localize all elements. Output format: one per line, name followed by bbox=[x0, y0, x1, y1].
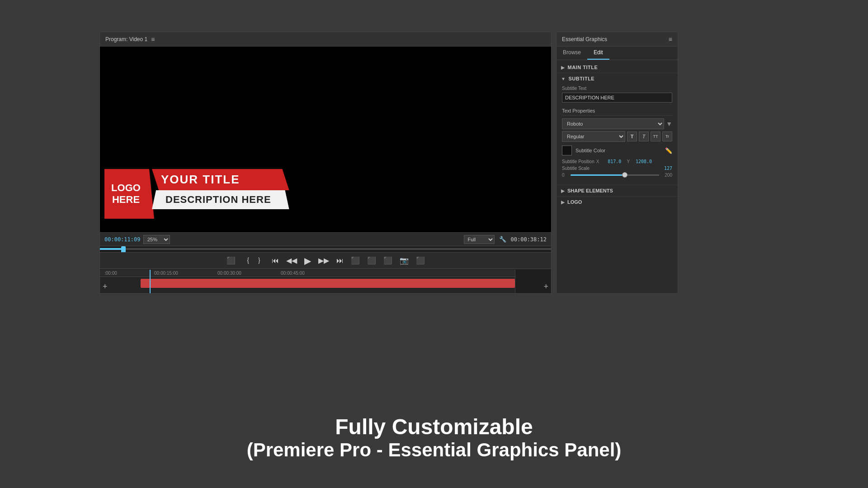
play-button[interactable]: ▶ bbox=[302, 254, 313, 267]
eg-panel-header: Essential Graphics ≡ bbox=[557, 32, 678, 47]
shape-elements-arrow-icon: ▶ bbox=[561, 188, 565, 193]
subtitle-scale-label: Subtitle Scale bbox=[562, 166, 594, 171]
essential-graphics-panel: Essential Graphics ≡ Browse Edit ▶ MAIN … bbox=[556, 32, 678, 294]
text-properties-label: Text Properties bbox=[562, 106, 672, 116]
quality-select[interactable]: FullHalfQuarter bbox=[464, 235, 495, 244]
font-select[interactable]: Roboto bbox=[562, 118, 664, 129]
subtitle-scale-slider-row: 0 200 bbox=[562, 173, 672, 178]
subtitle-color-swatch[interactable] bbox=[562, 145, 572, 155]
font-dropdown-icon[interactable]: ▼ bbox=[666, 120, 672, 127]
logo-label: LOGO bbox=[567, 199, 582, 205]
slider-fill bbox=[571, 174, 624, 176]
subtitle-label: SUBTITLE bbox=[568, 76, 594, 81]
pm-title: Program: Video 1 bbox=[105, 36, 147, 42]
zoom-select[interactable]: 25%50%100% bbox=[143, 235, 170, 244]
eg-panel-title: Essential Graphics bbox=[562, 36, 607, 42]
font-style-select[interactable]: Regular bbox=[562, 131, 625, 142]
timeline-playhead[interactable] bbox=[150, 270, 151, 293]
scrub-progress bbox=[100, 248, 123, 250]
tab-edit[interactable]: Edit bbox=[587, 47, 609, 60]
go-to-out-button[interactable]: ⏭ bbox=[335, 256, 345, 266]
section-logo[interactable]: ▶ LOGO bbox=[557, 196, 678, 207]
style-row: Regular T T TT Tr bbox=[562, 131, 672, 142]
scrub-bar[interactable] bbox=[100, 246, 551, 252]
section-shape-elements[interactable]: ▶ SHAPE ELEMENTS bbox=[557, 185, 678, 196]
section-subtitle[interactable]: ▼ SUBTITLE bbox=[557, 73, 678, 84]
step-forward-button[interactable]: ▶▶ bbox=[316, 255, 331, 266]
step-back-button[interactable]: ◀◀ bbox=[284, 255, 299, 266]
logo-box: LOGOHERE bbox=[104, 169, 154, 219]
pos-y-label: Y bbox=[627, 159, 630, 164]
timeline-add-right-button[interactable]: + bbox=[543, 282, 548, 291]
current-timecode: 00:00:11:09 bbox=[104, 236, 141, 243]
pm-menu-icon[interactable]: ≡ bbox=[151, 36, 155, 43]
slider-min-label: 0 bbox=[562, 173, 569, 178]
bottom-line2: (Premiere Pro - Essential Graphics Panel… bbox=[0, 439, 868, 461]
scrub-track bbox=[100, 248, 551, 250]
scrub-handle[interactable] bbox=[121, 246, 126, 253]
pm-header: Program: Video 1 ≡ bbox=[100, 32, 551, 47]
lower-third-graphic: LOGOHERE YOUR TITLE DESCRIPTION HERE bbox=[104, 169, 289, 219]
insert-button[interactable]: ⬛ bbox=[365, 255, 378, 266]
main-title-label: MAIN TITLE bbox=[568, 65, 598, 70]
subtitle-scale-value[interactable]: 127 bbox=[664, 166, 672, 171]
video-preview: LOGOHERE YOUR TITLE DESCRIPTION HERE bbox=[100, 47, 551, 232]
multi-camera-button[interactable]: ⬛ bbox=[414, 255, 427, 266]
title-block: YOUR TITLE DESCRIPTION HERE bbox=[152, 169, 289, 219]
timeline-clip bbox=[141, 279, 515, 288]
eg-menu-icon[interactable]: ≡ bbox=[669, 36, 672, 43]
playback-wrap: ⬛ ｛ ｝ ⏮ ◀◀ ▶ ▶▶ ⏭ ⬛ ⬛ ⬛ 📷 ⬛ + bbox=[100, 252, 551, 268]
loop-button[interactable]: ⬛ bbox=[349, 255, 362, 266]
subtitle-color-label: Subtitle Color bbox=[576, 148, 661, 153]
subtitle-scale-slider[interactable] bbox=[571, 174, 659, 176]
mark-out-button[interactable]: ｛ bbox=[241, 255, 252, 266]
format-smallcaps-button[interactable]: Tr bbox=[662, 131, 672, 141]
program-monitor-panel: Program: Video 1 ≡ LOGOHERE YOUR TITLE D… bbox=[99, 32, 552, 294]
subtitle-position-label: Subtitle Position bbox=[562, 159, 594, 164]
eyedropper-icon[interactable]: ✏️ bbox=[665, 147, 672, 154]
format-bold-button[interactable]: T bbox=[627, 131, 637, 141]
main-title-arrow-icon: ▶ bbox=[561, 65, 565, 70]
mark-clip-button[interactable]: ｝ bbox=[255, 255, 266, 266]
timeline-track[interactable]: :00:00 00:00:15:00 00:00:30:00 00:00:45:… bbox=[100, 270, 515, 293]
title-bottom-text: DESCRIPTION HERE bbox=[152, 190, 289, 209]
format-italic-button[interactable]: T bbox=[639, 131, 649, 141]
transport-bar: 00:00:11:09 25%50%100% FullHalfQuarter 🔧… bbox=[100, 232, 551, 246]
timeline-area: + :00:00 00:00:15:00 00:00:30:00 00:00:4… bbox=[100, 268, 551, 293]
export-frame-button[interactable]: 📷 bbox=[398, 255, 410, 266]
playback-controls: ⬛ ｛ ｝ ⏮ ◀◀ ▶ ▶▶ ⏭ ⬛ ⬛ ⬛ 📷 ⬛ bbox=[100, 252, 551, 268]
logo-arrow-icon: ▶ bbox=[561, 200, 565, 205]
ruler-mark-0: :00:00 bbox=[104, 271, 117, 276]
wrench-icon: 🔧 bbox=[499, 236, 506, 243]
subtitle-text-field-label: Subtitle Text bbox=[562, 86, 672, 91]
pos-y-value[interactable]: 1208.0 bbox=[632, 159, 652, 164]
subtitle-scale-row: Subtitle Scale 127 bbox=[562, 166, 672, 171]
section-main-title[interactable]: ▶ MAIN TITLE bbox=[557, 62, 678, 73]
bottom-line1: Fully Customizable bbox=[0, 414, 868, 439]
eg-tabs: Browse Edit bbox=[557, 47, 678, 60]
tab-browse[interactable]: Browse bbox=[557, 47, 587, 60]
shape-elements-label: SHAPE ELEMENTS bbox=[567, 188, 613, 193]
font-row: Roboto ▼ bbox=[562, 118, 672, 129]
ruler-mark-1: 00:00:15:00 bbox=[154, 271, 178, 276]
mark-in-button[interactable]: ⬛ bbox=[225, 255, 237, 266]
timeline-ruler: :00:00 00:00:15:00 00:00:30:00 00:00:45:… bbox=[100, 270, 515, 277]
ruler-mark-2: 00:00:30:00 bbox=[217, 271, 241, 276]
ruler-mark-3: 00:00:45:00 bbox=[281, 271, 305, 276]
go-to-in-button[interactable]: ⏮ bbox=[270, 256, 281, 266]
pos-x-value[interactable]: 817.0 bbox=[601, 159, 621, 164]
slider-max-label: 200 bbox=[661, 173, 672, 178]
format-allcaps-button[interactable]: TT bbox=[651, 131, 660, 141]
total-timecode: 00:00:38:12 bbox=[511, 236, 547, 243]
subtitle-body: Subtitle Text Text Properties Roboto ▼ R… bbox=[557, 84, 678, 185]
subtitle-arrow-icon: ▼ bbox=[561, 76, 566, 81]
subtitle-position-row: Subtitle Position X 817.0 Y 1208.0 bbox=[562, 159, 672, 164]
slider-handle[interactable] bbox=[622, 172, 627, 178]
overwrite-button[interactable]: ⬛ bbox=[382, 255, 394, 266]
bottom-text-block: Fully Customizable (Premiere Pro - Essen… bbox=[0, 414, 868, 461]
pos-x-label: X bbox=[596, 159, 599, 164]
subtitle-color-row: Subtitle Color ✏️ bbox=[562, 145, 672, 155]
title-top-text: YOUR TITLE bbox=[152, 169, 289, 190]
eg-content: ▶ MAIN TITLE ▼ SUBTITLE Subtitle Text Te… bbox=[557, 60, 678, 293]
subtitle-text-input[interactable] bbox=[562, 93, 672, 103]
